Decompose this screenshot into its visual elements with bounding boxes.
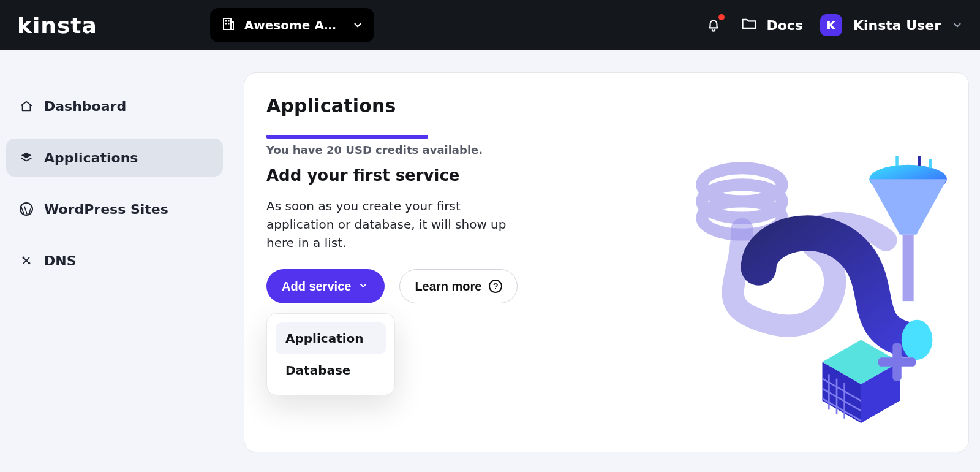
sidebar: Dashboard Applications WordPress Sites D… — [0, 50, 233, 294]
svg-rect-2 — [228, 20, 230, 22]
home-icon — [18, 98, 34, 114]
svg-point-10 — [702, 185, 782, 218]
svg-marker-19 — [823, 362, 861, 423]
svg-line-26 — [823, 398, 861, 421]
applications-card: Applications You have 20 USD credits ava… — [244, 72, 969, 452]
svg-rect-28 — [878, 357, 916, 366]
svg-marker-20 — [861, 362, 900, 423]
user-menu[interactable]: K Kinsta User — [820, 14, 963, 36]
svg-point-12 — [902, 320, 933, 360]
menu-item-application[interactable]: Application — [276, 322, 386, 354]
folder-icon — [741, 15, 758, 35]
sidebar-item-wordpress[interactable]: WordPress Sites — [6, 190, 223, 228]
svg-point-8 — [28, 262, 31, 265]
page-title: Applications — [266, 95, 946, 116]
svg-rect-5 — [231, 22, 233, 29]
content: Applications You have 20 USD credits ava… — [233, 50, 980, 467]
company-name: Awesome Age… — [244, 18, 344, 32]
svg-rect-1 — [225, 20, 227, 22]
brand-logo: kinsta — [17, 13, 97, 38]
chevron-down-icon — [352, 20, 363, 31]
docs-link[interactable]: Docs — [741, 15, 803, 35]
brand: kinsta — [17, 13, 97, 38]
svg-point-7 — [23, 257, 25, 259]
credit-progress — [266, 135, 428, 139]
docs-label: Docs — [766, 18, 803, 33]
sidebar-item-dashboard[interactable]: Dashboard — [6, 87, 223, 125]
sidebar-item-applications[interactable]: Applications — [6, 139, 223, 177]
add-service-menu: Application Database — [266, 313, 395, 395]
svg-line-25 — [823, 389, 861, 411]
learn-more-label: Learn more — [415, 280, 481, 294]
building-icon — [221, 17, 236, 34]
svg-rect-0 — [224, 18, 231, 29]
chevron-down-icon — [952, 20, 963, 31]
tools-icon — [18, 253, 34, 268]
nav-list: Dashboard Applications WordPress Sites D… — [6, 87, 223, 280]
menu-item-label: Application — [285, 331, 364, 346]
app-header: kinsta Awesome Age… Docs — [0, 0, 980, 50]
company-switcher[interactable]: Awesome Age… — [210, 8, 374, 42]
menu-item-label: Database — [285, 363, 350, 378]
shell: Dashboard Applications WordPress Sites D… — [0, 50, 980, 472]
learn-more-button[interactable]: Learn more ? — [399, 269, 518, 303]
add-service-button[interactable]: Add service — [266, 269, 385, 303]
sidebar-item-dns[interactable]: DNS — [6, 242, 223, 280]
svg-rect-27 — [892, 343, 901, 381]
sidebar-item-label: Applications — [44, 150, 138, 166]
chevron-down-icon — [358, 281, 369, 292]
svg-line-24 — [823, 379, 861, 401]
layers-icon — [18, 150, 34, 166]
menu-item-database[interactable]: Database — [276, 354, 386, 386]
help-icon: ? — [489, 280, 502, 293]
svg-marker-18 — [823, 340, 900, 384]
sidebar-item-label: DNS — [44, 253, 77, 268]
sidebar-item-label: WordPress Sites — [44, 202, 168, 217]
sidebar-item-label: Dashboard — [44, 99, 126, 114]
svg-rect-4 — [228, 23, 230, 25]
action-row: Add service Learn more ? Application Dat… — [266, 269, 946, 303]
notification-dot — [718, 14, 725, 20]
service-title: Add your first service — [266, 166, 946, 185]
credit-text: You have 20 USD credits available. — [266, 143, 946, 156]
wordpress-icon — [18, 201, 34, 217]
avatar: K — [820, 14, 842, 36]
header-actions: Docs K Kinsta User — [704, 14, 963, 36]
service-description: As soon as you create your first applica… — [266, 197, 530, 252]
user-name: Kinsta User — [853, 18, 941, 33]
svg-rect-3 — [225, 23, 227, 25]
notifications-button[interactable] — [704, 15, 723, 35]
add-service-label: Add service — [282, 280, 351, 294]
svg-point-11 — [702, 201, 782, 234]
